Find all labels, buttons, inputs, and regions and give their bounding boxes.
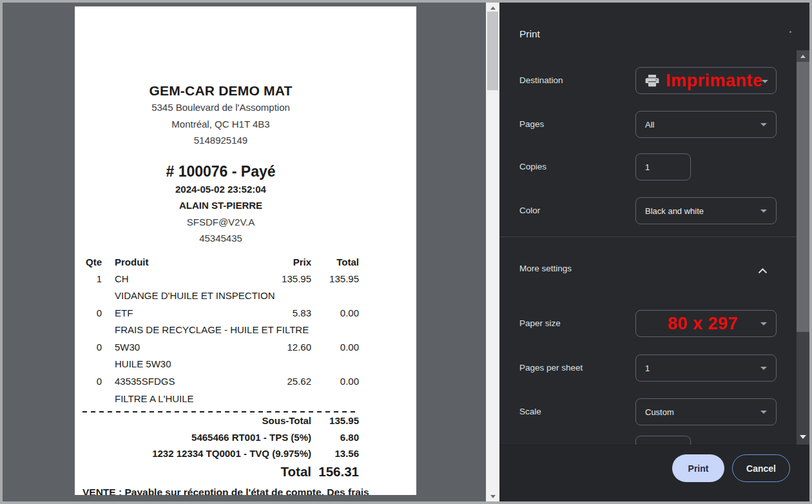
tps-row: 5465466 RT001 - TPS (5%) 6.80 xyxy=(82,429,359,446)
item-total: 0.00 xyxy=(311,339,359,356)
caret-down-icon xyxy=(760,123,767,126)
scroll-down-button[interactable] xyxy=(486,491,499,501)
receipt-preview-page: GEM-CAR DEMO MAT 5345 Boulevard de l'Ass… xyxy=(75,6,416,495)
grand-total-row: Total 156.31 xyxy=(82,462,359,481)
tvq-row: 1232 12334 TQ0001 - TVQ (9.975%) 13.56 xyxy=(82,445,359,462)
subtotal-label: Sous-Total xyxy=(82,412,311,429)
item-price: 5.83 xyxy=(256,305,311,322)
tvq-label: 1232 12334 TQ0001 - TVQ (9.975%) xyxy=(82,445,311,462)
settings-scrollbar-thumb[interactable] xyxy=(797,62,809,332)
item-price: 135.95 xyxy=(256,271,311,288)
chevron-up-icon xyxy=(758,265,768,276)
paper-size-dropdown[interactable]: 80 x 297 xyxy=(635,310,777,337)
item-total: 135.95 xyxy=(311,271,359,288)
item-code: 5W30 xyxy=(102,339,256,356)
pages-dropdown[interactable]: All xyxy=(635,111,777,138)
destination-dropdown[interactable]: Imprimante xyxy=(635,67,777,94)
copies-label: Copies xyxy=(519,153,546,180)
copies-input[interactable] xyxy=(645,154,681,180)
color-label: Color xyxy=(519,197,540,224)
print-preview-area: GEM-CAR DEMO MAT 5345 Boulevard de l'Ass… xyxy=(3,3,486,501)
panel-title: Print xyxy=(519,28,540,40)
scroll-down-icon xyxy=(490,495,496,498)
caret-down-icon xyxy=(760,322,767,325)
color-dropdown[interactable]: Black and white xyxy=(635,197,777,224)
receipt-content: GEM-CAR DEMO MAT 5345 Boulevard de l'Ass… xyxy=(82,82,359,481)
item-description: HUILE 5W30 xyxy=(82,356,359,373)
table-row: 1 CH 135.95 135.95 xyxy=(82,271,359,288)
store-phone: 5148925149 xyxy=(82,132,359,149)
pages-per-sheet-value: 1 xyxy=(645,363,650,373)
section-divider xyxy=(499,237,809,237)
subtotal-row: Sous-Total 135.95 xyxy=(82,412,359,429)
invoice-phone: 45345435 xyxy=(82,230,359,247)
item-qty: 0 xyxy=(82,305,102,322)
table-row: 0 ETF 5.83 0.00 xyxy=(82,305,359,322)
settings-scroll-down-button[interactable] xyxy=(797,432,809,442)
caret-down-icon xyxy=(760,367,767,370)
table-row: 0 43535SFDGS 25.62 0.00 xyxy=(82,373,359,391)
tps-value: 6.80 xyxy=(311,429,359,446)
pages-per-sheet-dropdown[interactable]: 1 xyxy=(635,354,777,382)
header-price: Prix xyxy=(256,253,311,271)
more-settings-label: More settings xyxy=(519,253,572,284)
scroll-down-icon xyxy=(800,435,806,439)
header-product: Produit xyxy=(102,253,256,271)
print-button[interactable]: Print xyxy=(672,454,724,482)
item-qty: 0 xyxy=(82,339,102,356)
more-settings-toggle[interactable]: More settings xyxy=(499,253,789,284)
artifact-dot xyxy=(789,31,791,33)
item-code: 43535SFDGS xyxy=(102,373,256,391)
dialog-footer: Print Cancel xyxy=(499,445,809,501)
paper-size-value: 80 x 297 xyxy=(645,314,760,334)
printer-icon xyxy=(645,75,659,87)
item-qty: 1 xyxy=(82,271,102,288)
receipt-terms-note: VENTE : Payable sur réception de l'état … xyxy=(82,487,398,495)
preview-scrollbar-thumb[interactable] xyxy=(487,12,498,90)
item-total: 0.00 xyxy=(311,373,359,391)
item-price: 25.62 xyxy=(256,373,311,391)
item-code: CH xyxy=(102,271,256,288)
item-qty: 0 xyxy=(82,373,102,391)
destination-value: Imprimante xyxy=(666,71,763,91)
color-value: Black and white xyxy=(645,206,704,216)
invoice-number-status: # 100076 - Payé xyxy=(82,162,359,181)
scale-label: Scale xyxy=(519,398,541,425)
item-description: FRAIS DE RECYCLAGE - HUILE ET FILTRE xyxy=(82,322,359,339)
cancel-button[interactable]: Cancel xyxy=(732,454,790,482)
caret-down-icon xyxy=(760,209,767,213)
invoice-datetime: 2024-05-02 23:52:04 xyxy=(82,181,359,198)
table-header-row: Qte Produit Prix Total xyxy=(82,253,359,271)
pages-label: Pages xyxy=(519,111,544,138)
settings-scrollbar[interactable] xyxy=(797,50,809,445)
item-total: 0.00 xyxy=(311,305,359,322)
pages-per-sheet-label: Pages per sheet xyxy=(519,354,583,382)
subtotal-value: 135.95 xyxy=(311,412,359,429)
pages-value: All xyxy=(645,120,654,130)
scroll-up-icon xyxy=(800,55,806,58)
invoice-customer: ALAIN ST-PIERRE xyxy=(82,197,359,214)
print-settings-panel: Print Destination Imprimante Pages All C… xyxy=(499,3,809,501)
header-qty: Qte xyxy=(82,253,102,271)
print-dialog-window: GEM-CAR DEMO MAT 5345 Boulevard de l'Ass… xyxy=(0,0,812,504)
tps-label: 5465466 RT001 - TPS (5%) xyxy=(82,429,311,446)
caret-down-icon xyxy=(760,411,767,414)
scroll-up-icon xyxy=(490,6,496,10)
copies-field xyxy=(635,153,691,180)
paper-size-label: Paper size xyxy=(519,310,561,337)
store-address-line1: 5345 Boulevard de l'Assomption xyxy=(82,99,359,116)
scale-dropdown[interactable]: Custom xyxy=(635,398,777,425)
item-description: VIDANGE D'HUILE ET INSPECTION xyxy=(82,287,359,305)
destination-label: Destination xyxy=(519,67,563,94)
items-table: Qte Produit Prix Total 1 CH 135.95 135.9… xyxy=(82,253,359,408)
table-row: 0 5W30 12.60 0.00 xyxy=(82,339,359,356)
grand-total-value: 156.31 xyxy=(311,462,359,481)
store-address-line2: Montréal, QC H1T 4B3 xyxy=(82,116,359,133)
preview-scrollbar[interactable] xyxy=(486,3,499,501)
grand-total-label: Total xyxy=(82,462,311,481)
item-code: ETF xyxy=(102,305,256,322)
invoice-email: SFSDF@V2V.A xyxy=(82,214,359,231)
store-name: GEM-CAR DEMO MAT xyxy=(82,82,359,99)
tvq-value: 13.56 xyxy=(311,445,359,462)
settings-scroll-up-button[interactable] xyxy=(797,50,809,62)
